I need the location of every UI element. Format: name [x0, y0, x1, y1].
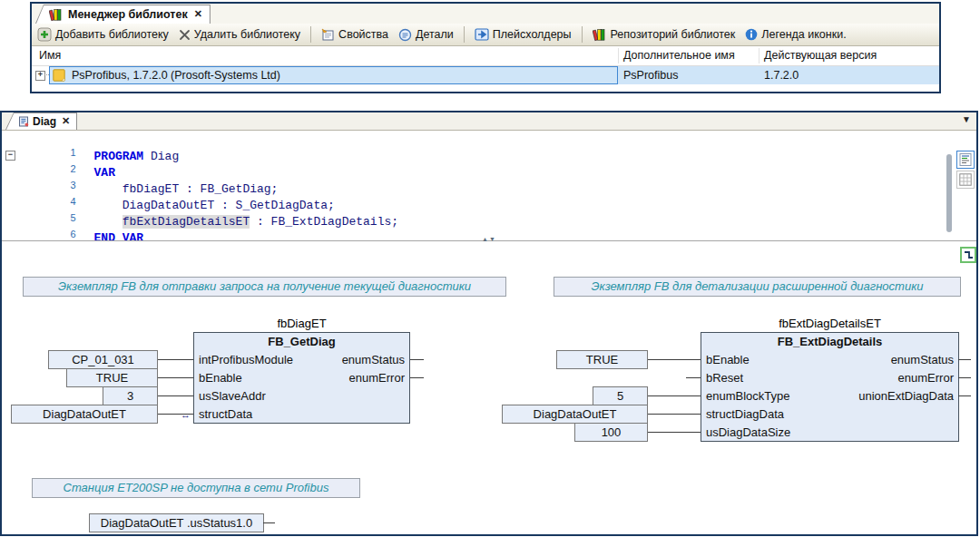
input-pin[interactable]: bEnable [199, 369, 242, 387]
output-pin[interactable]: enumStatus [891, 351, 954, 369]
library-name-cell[interactable]: PsProfibus, 1.7.2.0 (Prosoft-Systems Ltd… [72, 66, 280, 84]
operand-box[interactable]: 3 [103, 386, 158, 405]
tree-connector [44, 74, 50, 75]
library-table-header: Имя Дополнительное имя Действующая верси… [32, 46, 939, 66]
row-expander-icon[interactable]: + [35, 71, 45, 81]
fb-pin-row: bEnable enumError [194, 369, 409, 387]
operand-box[interactable]: 100 [574, 423, 648, 442]
library-table-row[interactable]: + PsProfibus, 1.7.2.0 (Prosoft-Systems L… [32, 66, 939, 84]
properties-button[interactable]: Свойства [318, 28, 391, 42]
add-library-button[interactable]: Добавить библиотеку [34, 27, 172, 42]
wire [648, 395, 701, 396]
fb-pin-row: bEnable enumStatus [701, 351, 958, 369]
operand-box[interactable]: CP_01_031 [48, 350, 158, 369]
operand-box[interactable]: DiagDataOutET [11, 405, 158, 424]
library-books-icon [49, 7, 64, 22]
toolbar-separator [310, 26, 311, 43]
code-line: 1PROGRAM Diag [2, 131, 976, 147]
wire [958, 395, 971, 396]
fold-marker-icon[interactable]: − [5, 151, 15, 161]
repository-label: Репозиторий библиотек [611, 28, 736, 41]
fb-type-name: FB_GetDiag [194, 333, 409, 351]
operand-box[interactable]: TRUE [66, 368, 158, 387]
column-separator [759, 48, 760, 63]
properties-label: Свойства [338, 28, 388, 41]
toolbar-separator [464, 26, 465, 43]
library-alt-cell[interactable]: PsProfibus [623, 66, 678, 84]
wire [263, 522, 275, 523]
column-header-alt[interactable]: Дополнительное имя [623, 46, 735, 65]
remove-library-button[interactable]: Удалить библиотеку [176, 28, 303, 41]
tab-title: Менеджер библиотек [68, 8, 188, 21]
wire [158, 377, 193, 378]
text-view-button[interactable] [956, 151, 975, 169]
fb-instance-label[interactable]: fbExtDiagDetailsET [701, 317, 959, 331]
tab-close-icon[interactable]: ✕ [194, 8, 202, 20]
column-header-version[interactable]: Действующая версия [764, 46, 877, 65]
fb-pin-row: usSlaveAddr [194, 387, 409, 405]
screen: Менеджер библиотек ✕ Добавить библиотеку [0, 0, 980, 537]
wire [686, 377, 701, 378]
inout-pin[interactable]: structData [199, 405, 252, 424]
output-pin[interactable]: unionExtDiagData [858, 387, 954, 405]
tab-diag[interactable]: Diag ✕ [5, 112, 77, 130]
column-separator [618, 48, 619, 63]
remove-library-icon [179, 29, 191, 41]
output-pin[interactable]: enumError [349, 369, 405, 387]
operand-box[interactable]: 5 [593, 386, 648, 405]
function-block-fb-getdiag[interactable]: FB_GetDiag intProfibusModule enumStatus … [193, 332, 410, 424]
fbd-diagram-area[interactable]: Экземпляр FB для отправки запроса на пол… [2, 245, 976, 534]
fb-pin-row: intProfibusModule enumStatus [194, 351, 409, 369]
function-block-fb-extdiagdetails[interactable]: FB_ExtDiagDetails bEnable enumStatus bRe… [701, 332, 959, 442]
fb-pin-row: bReset enumError [701, 369, 958, 387]
splitter-arrows-icon[interactable]: ▲▼ [482, 236, 496, 242]
input-pin[interactable]: bReset [706, 369, 743, 387]
output-pin[interactable]: enumError [898, 369, 954, 387]
comment-box[interactable]: Экземпляр FB для отправки запроса на пол… [23, 277, 506, 297]
network-mode-icon[interactable] [960, 247, 976, 263]
tab-library-manager[interactable]: Менеджер библиотек ✕ [35, 5, 211, 24]
input-pin[interactable]: usDiagDataSize [706, 424, 790, 442]
operand-box[interactable]: DiagDataOutET [502, 405, 648, 424]
inout-pin-icon: ↔ [181, 405, 191, 424]
vertical-scrollbar[interactable] [946, 154, 952, 232]
repository-books-icon [593, 27, 607, 42]
tab-list-dropdown-icon[interactable]: ▼ [962, 114, 971, 124]
code-line: 2VAR [2, 147, 976, 163]
input-pin[interactable]: bEnable [706, 351, 750, 369]
code-line: 4 DiagDataOutET : S_GetDiagData; [2, 180, 976, 196]
icon-legend-label: Легенда иконки. [761, 28, 846, 41]
editor-window: Diag ✕ ▼ 1PROGRAM Diag 2VAR 3 fbDiagET :… [0, 111, 978, 536]
wire [958, 377, 971, 378]
tab-title: Diag [33, 115, 56, 128]
code-line: 5 fbExtDiagDetailsET : FB_ExtDiagDetails… [2, 196, 976, 212]
comment-box[interactable]: Станция ET200SP не доступна в сети Profi… [32, 478, 360, 498]
wire [648, 414, 701, 415]
operand-box[interactable]: DiagDataOutET .usStatus1.0 [89, 513, 264, 532]
details-button[interactable]: Детали [396, 28, 456, 42]
library-version-cell[interactable]: 1.7.2.0 [764, 66, 799, 84]
properties-icon [321, 28, 335, 42]
details-icon [398, 28, 412, 42]
tabular-view-button[interactable] [956, 171, 975, 189]
icon-legend-button[interactable]: Легенда иконки. [742, 28, 848, 41]
info-icon [745, 28, 758, 41]
wire [158, 395, 193, 396]
input-pin[interactable]: intProfibusModule [199, 351, 293, 369]
fb-instance-label[interactable]: fbDiagET [193, 317, 410, 331]
input-pin[interactable]: structDiagData [706, 405, 784, 424]
add-library-label: Добавить библиотеку [55, 28, 169, 41]
st-code-editor[interactable]: 1PROGRAM Diag 2VAR 3 fbDiagET : FB_GetDi… [2, 131, 976, 240]
library-file-icon [53, 69, 65, 82]
placeholders-button[interactable]: Плейсхолдеры [472, 28, 574, 41]
input-pin[interactable]: usSlaveAddr [199, 387, 266, 405]
output-pin[interactable]: enumStatus [342, 351, 405, 369]
comment-box[interactable]: Экземпляр FB для детализации расширенной… [554, 277, 961, 297]
column-header-name[interactable]: Имя [39, 46, 61, 65]
tab-close-icon[interactable]: ✕ [62, 115, 70, 127]
operand-box[interactable]: TRUE [556, 350, 648, 369]
repository-button[interactable]: Репозиторий библиотек [590, 27, 739, 42]
input-pin[interactable]: enumBlockType [706, 387, 790, 405]
fb-type-name: FB_ExtDiagDetails [701, 333, 958, 351]
fb-pin-row: usDiagDataSize [701, 424, 958, 442]
